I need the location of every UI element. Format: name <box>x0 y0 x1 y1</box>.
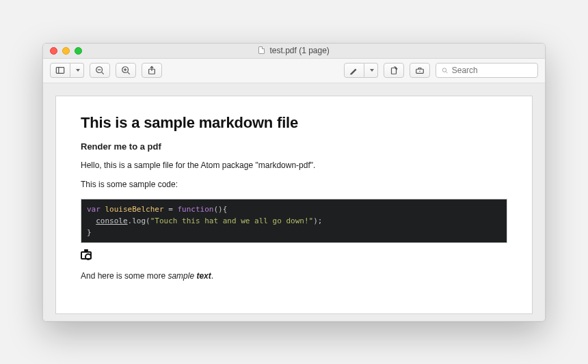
code-keyword: function <box>177 205 213 214</box>
chevron-down-icon <box>76 69 80 72</box>
window-title: test.pdf (1 page) <box>43 46 545 55</box>
svg-line-6 <box>128 72 130 74</box>
chevron-down-icon <box>370 69 374 72</box>
pdf-page: This is a sample markdown file Render me… <box>55 96 533 314</box>
highlight-button[interactable] <box>344 63 364 78</box>
zoom-in-icon <box>121 66 131 75</box>
paragraph-code-lead: This is some sample code: <box>81 179 507 191</box>
sidebar-menu-button[interactable] <box>70 63 84 78</box>
zoom-out-button[interactable] <box>90 63 110 78</box>
code-punct: (){ <box>213 205 227 214</box>
sidebar-icon <box>55 66 65 75</box>
page-heading-1: This is a sample markdown file <box>81 114 507 132</box>
svg-point-14 <box>442 68 446 71</box>
sidebar-toggle-button[interactable] <box>50 63 70 78</box>
maximize-button[interactable] <box>75 47 82 55</box>
svg-point-13 <box>419 71 420 72</box>
camera-icon <box>81 251 92 260</box>
code-punct: } <box>87 228 92 237</box>
search-icon <box>442 67 449 74</box>
code-punct: .log( <box>128 216 150 225</box>
svg-line-15 <box>446 71 447 72</box>
svg-rect-0 <box>56 68 64 74</box>
code-punct: ); <box>313 216 322 225</box>
code-operator: = <box>164 205 178 214</box>
app-window: test.pdf (1 page) <box>42 43 546 322</box>
window-controls <box>50 47 82 55</box>
svg-line-3 <box>102 72 104 74</box>
document-icon <box>258 46 265 54</box>
text-prefix: And here is some more <box>81 271 168 281</box>
page-heading-2: Render me to a pdf <box>81 141 507 152</box>
toolbar <box>43 59 545 83</box>
highlight-menu-button[interactable] <box>364 63 378 78</box>
code-function: console <box>96 216 127 225</box>
paragraph-intro: Hello, this is a sample file for the Ato… <box>81 160 507 171</box>
code-block: var louiseBelcher = function(){ console.… <box>81 199 507 243</box>
code-indent <box>87 216 96 225</box>
rotate-icon <box>389 66 399 75</box>
search-field[interactable] <box>436 63 538 78</box>
rotate-button[interactable] <box>384 63 404 78</box>
titlebar: test.pdf (1 page) <box>43 44 545 59</box>
sidebar-button-group <box>50 63 84 78</box>
content-viewport[interactable]: This is a sample markdown file Render me… <box>43 83 545 321</box>
close-button[interactable] <box>50 47 57 55</box>
highlight-icon <box>349 66 359 75</box>
code-string: "Touch this hat and we all go down!" <box>150 216 313 225</box>
zoom-out-icon <box>95 66 105 75</box>
zoom-in-button[interactable] <box>116 63 136 78</box>
toolbox-icon <box>415 66 425 75</box>
share-icon <box>147 66 157 75</box>
search-input[interactable] <box>452 66 532 75</box>
share-button[interactable] <box>142 63 162 78</box>
code-keyword: var <box>87 205 101 214</box>
paragraph-outro: And here is some more sample text. <box>81 270 507 282</box>
text-italic: sample <box>168 271 196 281</box>
markup-button-group <box>344 63 378 78</box>
code-identifier: louiseBelcher <box>105 205 164 214</box>
markup-toolbar-button[interactable] <box>410 63 430 78</box>
text-suffix: . <box>211 271 213 281</box>
text-bold-italic: text <box>196 271 211 281</box>
window-title-text: test.pdf (1 page) <box>269 46 329 55</box>
minimize-button[interactable] <box>62 47 70 55</box>
